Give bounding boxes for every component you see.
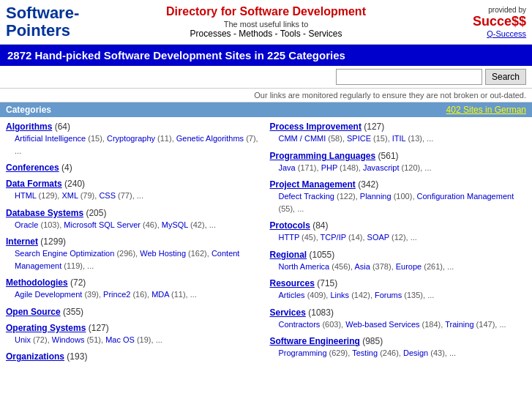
subcategory-link[interactable]: Web-based Services bbox=[345, 320, 419, 329]
category-link[interactable]: Organizations bbox=[6, 351, 64, 362]
category-link[interactable]: Resources bbox=[270, 278, 315, 288]
subcat-count: (456) bbox=[331, 262, 351, 271]
subcategory-link[interactable]: Web Hosting bbox=[140, 249, 186, 258]
category-link[interactable]: Database Systems bbox=[6, 208, 83, 218]
subcategory-link[interactable]: Prince2 bbox=[103, 290, 130, 299]
subcategory-link[interactable]: Contractors bbox=[279, 320, 321, 329]
subcategory-link[interactable]: SOAP bbox=[367, 233, 389, 242]
subcategory-link[interactable]: Links bbox=[330, 291, 349, 299]
subcategory-link[interactable]: TCP/IP bbox=[321, 233, 346, 242]
category-link[interactable]: Internet bbox=[6, 236, 38, 247]
subcategory-link[interactable]: Cryptography bbox=[107, 134, 155, 143]
subcategory-link[interactable]: Asia bbox=[354, 262, 370, 271]
subcategory-link[interactable]: Genetic Algorithms bbox=[176, 134, 244, 143]
right-column: Process Improvement (127)CMM / CMMI (58)… bbox=[270, 122, 527, 368]
subcategory-link[interactable]: Training bbox=[445, 320, 473, 329]
subcat-count: (147) bbox=[476, 320, 495, 329]
category-link[interactable]: Services bbox=[270, 307, 306, 318]
category-link[interactable]: Regional bbox=[270, 250, 307, 260]
subcat-count: (7) bbox=[246, 134, 255, 143]
subcat-count: (58) bbox=[328, 134, 342, 143]
subcategory-link[interactable]: Forums bbox=[375, 291, 402, 299]
subcategory-link[interactable]: Defect Tracking bbox=[279, 192, 334, 201]
subcategory-link[interactable]: Microsoft SQL Server bbox=[64, 220, 141, 229]
subcategory-link[interactable]: HTTP bbox=[279, 233, 300, 242]
category-section: Protocols (84)HTTP (45), TCP/IP (14), SO… bbox=[270, 220, 527, 244]
subcategory-link[interactable]: Configuration Management bbox=[417, 192, 514, 201]
subcategory-link[interactable]: XML bbox=[61, 191, 78, 200]
german-sites-link[interactable]: 402 Sites in German bbox=[446, 105, 526, 115]
category-count: (205) bbox=[86, 208, 106, 218]
subcat-count: (11) bbox=[157, 134, 172, 143]
site-subtitle: The most useful links to bbox=[94, 20, 438, 29]
subcategory-list: HTTP (45), TCP/IP (14), SOAP (12), ... bbox=[279, 231, 527, 244]
category-link[interactable]: Protocols bbox=[270, 220, 310, 231]
subcategory-link[interactable]: Europe bbox=[396, 262, 422, 271]
subcat-count: (14) bbox=[348, 233, 363, 242]
subcat-ellipsis: ... bbox=[427, 134, 433, 143]
category-section: Open Source (355) bbox=[6, 307, 263, 317]
subcategory-link[interactable]: Unix bbox=[15, 335, 31, 344]
subcategory-link[interactable]: HTML bbox=[15, 191, 37, 200]
subcategory-link[interactable]: SPICE bbox=[347, 134, 371, 143]
category-count: (985) bbox=[362, 336, 383, 346]
subcategory-link[interactable]: MDA bbox=[151, 290, 169, 299]
subcategory-link[interactable]: Agile Development bbox=[15, 290, 82, 299]
subcategory-link[interactable]: PHP bbox=[321, 163, 337, 172]
category-link[interactable]: Process Improvement bbox=[270, 122, 361, 132]
subcat-ellipsis: ... bbox=[156, 335, 162, 344]
category-link[interactable]: Algorithms bbox=[6, 122, 52, 132]
category-link[interactable]: Open Source bbox=[6, 307, 61, 317]
categories-header: Categories 402 Sites in German bbox=[0, 102, 532, 117]
subcat-count: (46) bbox=[143, 220, 157, 229]
category-section: Data Formats (240)HTML (129), XML (79), … bbox=[6, 179, 263, 202]
subcat-count: (51) bbox=[86, 335, 101, 344]
subcategory-link[interactable]: Javascript bbox=[363, 163, 400, 172]
search-button[interactable]: Search bbox=[485, 69, 526, 85]
subcategory-link[interactable]: CMM / CMMI bbox=[279, 134, 326, 143]
category-link[interactable]: Programming Languages bbox=[270, 151, 376, 161]
subcategory-link[interactable]: Design bbox=[403, 348, 428, 357]
subcategory-link[interactable]: MySQL bbox=[162, 220, 188, 229]
category-link[interactable]: Project Management bbox=[270, 179, 356, 190]
subcat-count: (15) bbox=[373, 134, 388, 143]
subcategory-link[interactable]: Testing bbox=[352, 348, 378, 357]
subcategory-list: HTML (129), XML (79), CSS (77), ... bbox=[15, 190, 263, 202]
subcat-count: (16) bbox=[132, 290, 147, 299]
subcat-count: (45) bbox=[301, 233, 316, 242]
subcategory-list: Defect Tracking (122), Planning (100), C… bbox=[279, 190, 527, 215]
subcat-count: (19) bbox=[137, 335, 151, 344]
subcategory-link[interactable]: Java bbox=[279, 163, 296, 172]
subcategory-list: Java (171), PHP (148), Javascript (120),… bbox=[279, 162, 527, 174]
subcategory-link[interactable]: Articles bbox=[279, 291, 305, 299]
category-link[interactable]: Operating Systems bbox=[6, 323, 86, 333]
subcat-count: (43) bbox=[430, 348, 445, 357]
subcat-count: (378) bbox=[372, 262, 391, 271]
subcategory-list: Agile Development (39), Prince2 (16), MD… bbox=[15, 288, 263, 301]
category-link[interactable]: Conferences bbox=[6, 163, 59, 173]
category-link[interactable]: Methodologies bbox=[6, 277, 68, 288]
q-success-link[interactable]: Q-Success bbox=[487, 29, 526, 38]
subcategory-link[interactable]: Oracle bbox=[15, 220, 38, 229]
category-section: Conferences (4) bbox=[6, 163, 263, 173]
category-count: (561) bbox=[378, 151, 399, 161]
search-input[interactable] bbox=[336, 69, 482, 85]
subcategory-link[interactable]: North America bbox=[279, 262, 330, 271]
provided-by-text: provided by bbox=[438, 6, 526, 14]
subcategory-link[interactable]: Search Engine Optimization bbox=[15, 249, 114, 258]
category-link[interactable]: Data Formats bbox=[6, 179, 62, 189]
subcategory-link[interactable]: CSS bbox=[99, 191, 116, 200]
subcategory-link[interactable]: Windows bbox=[52, 335, 85, 344]
subcategory-link[interactable]: Artificial Intelligence bbox=[15, 134, 86, 143]
subcategory-link[interactable]: ITIL bbox=[392, 134, 406, 143]
subcategory-link[interactable]: Mac OS bbox=[105, 335, 135, 344]
left-column: Algorithms (64)Artificial Intelligence (… bbox=[6, 122, 263, 368]
subcat-count: (103) bbox=[40, 220, 59, 229]
category-link[interactable]: Software Engineering bbox=[270, 336, 360, 346]
subcat-count: (142) bbox=[351, 291, 370, 299]
subcat-ellipsis: ... bbox=[411, 233, 417, 242]
subcategory-link[interactable]: Planning bbox=[360, 192, 391, 201]
subcategory-link[interactable]: Programming bbox=[279, 348, 327, 357]
logo-line1: Software- bbox=[6, 4, 79, 22]
subcategory-list: Search Engine Optimization (296), Web Ho… bbox=[15, 247, 263, 272]
